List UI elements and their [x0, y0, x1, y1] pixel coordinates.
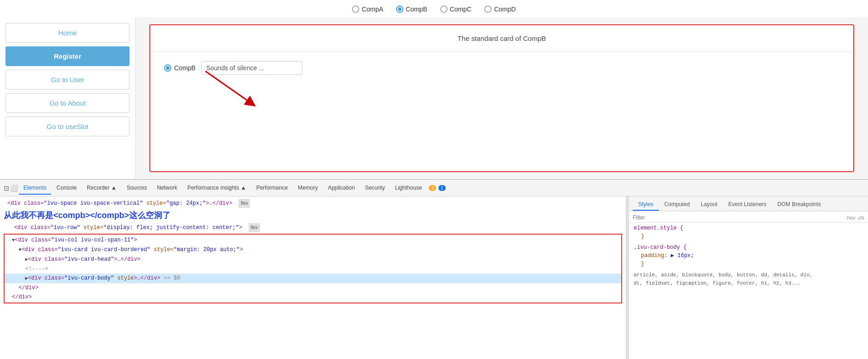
- code-line-9[interactable]: </div>: [5, 292, 621, 302]
- flex-badge-2: flex: [249, 223, 261, 232]
- nav-goto-useslot-button[interactable]: Go to useSlot: [6, 117, 130, 136]
- tab-recorder[interactable]: Recorder ▲: [82, 182, 121, 195]
- radio-circle-c: [440, 6, 448, 13]
- nav-home-button[interactable]: Home: [6, 23, 130, 43]
- code-line-7[interactable]: ▶<div class="ivu-card-body" style>…</div…: [5, 274, 621, 283]
- html-tree: <div class="ivu-space ivu-space-vertical…: [0, 196, 626, 306]
- radio-label-c: CompC: [450, 6, 471, 13]
- radio-circle-d: [484, 6, 492, 13]
- device-icon[interactable]: ⬜: [10, 185, 18, 192]
- tab-sources[interactable]: Sources: [122, 182, 152, 195]
- devtools-panel: ⊡ ⬜ Elements Console Recorder ▲ Sources …: [0, 179, 868, 359]
- code-line-4[interactable]: ▼<div class="ivu-card ivu-card-bordered"…: [5, 245, 621, 255]
- styles-panel: :hov .cls element.style { } .ivu-card-bo…: [629, 211, 868, 359]
- nav-goto-user-button[interactable]: Go to User: [6, 70, 130, 90]
- styles-tabs: Styles Computed Layout Event Listeners D…: [629, 196, 868, 211]
- devtools-styles-pane: Styles Computed Layout Event Listeners D…: [629, 196, 868, 359]
- radio-circle-a: [352, 6, 359, 13]
- radio-label-a: CompA: [362, 6, 383, 13]
- right-content: The standard card of CompB CompB: [136, 17, 868, 179]
- card-header-text: The standard card of CompB: [458, 34, 546, 42]
- left-nav: Home Register Go to User Go to About Go …: [0, 17, 136, 179]
- devtools-body: <div class="ivu-space ivu-space-vertical…: [0, 196, 868, 359]
- warning-badge: 3: [429, 185, 436, 191]
- tab-console[interactable]: Console: [52, 182, 81, 195]
- css-source-text: article, aside, blockquote, body, button…: [629, 269, 868, 289]
- code-line-2[interactable]: <div class="ivu-row" style="display: fle…: [0, 223, 626, 233]
- styles-tab-event-listeners[interactable]: Event Listeners: [723, 199, 772, 211]
- tab-application[interactable]: Application: [323, 182, 360, 195]
- card-radio-label: CompB: [174, 64, 196, 72]
- filter-input[interactable]: [633, 214, 843, 221]
- radio-compa[interactable]: CompA: [352, 6, 383, 13]
- code-line-5[interactable]: ▶<div class="ivu-card-head">…</div>: [5, 255, 621, 264]
- tab-elements[interactable]: Elements: [19, 182, 51, 195]
- comp-card: The standard card of CompB CompB: [149, 24, 854, 172]
- radio-compc[interactable]: CompC: [440, 6, 471, 13]
- red-box-code: ▼<div class="ivu-col ivu-col-span-11"> ▼…: [4, 234, 622, 303]
- code-line-6[interactable]: <!---->: [5, 264, 621, 274]
- radio-label-b: CompB: [406, 6, 427, 13]
- card-input[interactable]: [201, 61, 302, 75]
- code-line-8[interactable]: </div>: [5, 283, 621, 292]
- card-radio-compb[interactable]: CompB: [164, 64, 196, 72]
- styles-tab-styles[interactable]: Styles: [633, 199, 659, 211]
- nav-goto-about-button[interactable]: Go to About: [6, 93, 130, 113]
- styles-tab-dom-breakpoints[interactable]: DOM Breakpoints: [772, 199, 827, 211]
- styles-tab-computed[interactable]: Computed: [659, 199, 695, 211]
- devtools-html-pane: <div class="ivu-space ivu-space-vertical…: [0, 196, 626, 359]
- radio-compd[interactable]: CompD: [484, 6, 516, 13]
- card-header: The standard card of CompB: [150, 25, 853, 52]
- browser-content: CompA CompB CompC CompD Home Register Go…: [0, 0, 868, 179]
- tab-memory[interactable]: Memory: [293, 182, 322, 195]
- devtools-tabs: ⊡ ⬜ Elements Console Recorder ▲ Sources …: [0, 180, 868, 196]
- code-line-3[interactable]: ▼<div class="ivu-col ivu-col-span-11">: [5, 236, 621, 245]
- card-radio-circle: [164, 64, 171, 72]
- annotation-text: 从此我不再是<compb></compb>这么空洞了: [0, 208, 626, 223]
- style-rule-card-body: .ivu-card-body { padding: ▶ 16px; }: [629, 242, 868, 269]
- tab-performance-insights[interactable]: Performance insights ▲: [183, 182, 251, 195]
- tab-network[interactable]: Network: [153, 182, 182, 195]
- filter-hint: :hov .cls: [846, 215, 864, 220]
- tab-performance[interactable]: Performance: [252, 182, 293, 195]
- style-rule-element: element.style { }: [629, 223, 868, 242]
- radio-compb[interactable]: CompB: [396, 6, 427, 13]
- inspect-icon[interactable]: ⊡: [4, 185, 9, 192]
- card-body: CompB: [150, 52, 853, 84]
- main-area: Home Register Go to User Go to About Go …: [0, 17, 868, 179]
- radio-bar: CompA CompB CompC CompD: [0, 0, 868, 17]
- tab-security[interactable]: Security: [360, 182, 389, 195]
- tab-lighthouse[interactable]: Lighthouse: [391, 182, 427, 195]
- info-badge: 1: [438, 185, 446, 191]
- radio-circle-b: [396, 6, 403, 13]
- code-line-1[interactable]: <div class="ivu-space ivu-space-vertical…: [0, 198, 626, 208]
- flex-badge-1: flex: [238, 199, 250, 208]
- filter-bar: :hov .cls: [629, 213, 868, 223]
- nav-register-button[interactable]: Register: [6, 46, 130, 66]
- radio-label-d: CompD: [494, 6, 516, 13]
- styles-tab-layout[interactable]: Layout: [695, 199, 723, 211]
